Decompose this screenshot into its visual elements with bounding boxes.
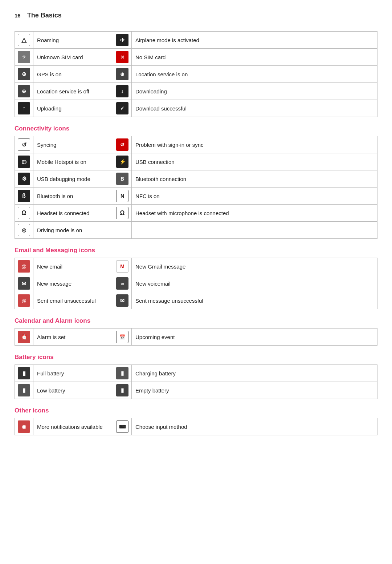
- table-row: ⚙ USB debugging mode B Bluetooth connect…: [15, 170, 377, 188]
- table-row: ⏰ Alarm is set 📅 Upcoming event: [15, 329, 377, 346]
- location-on-icon: ⊕: [116, 68, 128, 80]
- input-method-label: Choose input method: [132, 418, 377, 435]
- icon-cell: ↑: [15, 100, 33, 117]
- page-header: 16 The Basics: [15, 12, 377, 21]
- sent-email-fail-label: Sent email unsuccessful: [33, 292, 113, 309]
- headset-label: Headset is connected: [33, 205, 113, 222]
- unknown-sim-label: Unknown SIM card: [33, 49, 113, 66]
- input-method-icon: ⌨: [116, 420, 128, 433]
- charging-battery-label: Charging battery: [132, 365, 377, 382]
- sync-problem-label: Problem with sign-in or sync: [132, 136, 377, 153]
- icon-cell: ⊕: [15, 66, 33, 83]
- gps-on-label: GPS is on: [33, 66, 113, 83]
- table-row: ▮ Low battery ▮ Empty battery: [15, 382, 377, 399]
- table-row: Ω Headset is connected Ω Headset with mi…: [15, 205, 377, 222]
- table-row: △ Roaming ✈ Airplane mode is activated: [15, 32, 377, 49]
- hotspot-icon: ((·)): [18, 156, 30, 168]
- email-icons-table: @ New email M New Gmail message ✉ New me…: [15, 258, 377, 309]
- uploading-label: Uploading: [33, 100, 113, 117]
- syncing-label: Syncing: [33, 136, 113, 153]
- usb-label: USB connection: [132, 153, 377, 170]
- sent-email-fail-icon: @: [18, 294, 30, 307]
- empty-cell: [132, 222, 377, 239]
- usb-icon: ⚡: [116, 156, 128, 168]
- icon-cell: Ω: [15, 205, 33, 222]
- icon-cell: ✈: [113, 32, 132, 49]
- full-battery-icon: ▮: [18, 367, 30, 379]
- nfc-label: NFC is on: [132, 188, 377, 205]
- upcoming-event-label: Upcoming event: [132, 329, 377, 346]
- sent-msg-fail-label: Sent message unsuccessful: [132, 292, 377, 309]
- icon-cell: ▮: [113, 382, 132, 399]
- roaming-icon: △: [18, 34, 30, 46]
- icon-cell: ⊕: [15, 83, 33, 100]
- new-email-icon: @: [18, 260, 30, 273]
- table-row: ↺ Syncing ↺ Problem with sign-in or sync: [15, 136, 377, 153]
- icon-cell: ⌨: [113, 418, 132, 435]
- icon-cell: @: [15, 292, 33, 309]
- icon-cell: ⏰: [15, 329, 33, 346]
- icon-cell: △: [15, 32, 33, 49]
- uploading-icon: ↑: [18, 102, 30, 114]
- icon-cell: ◉: [15, 418, 33, 435]
- table-row: ◎ Driving mode is on: [15, 222, 377, 239]
- icon-cell: ✉: [15, 275, 33, 292]
- new-email-label: New email: [33, 258, 113, 275]
- icon-cell: ß: [15, 188, 33, 205]
- table-row: ((·)) Mobile Hotspot is on ⚡ USB connect…: [15, 153, 377, 170]
- icon-cell: ✓: [113, 100, 132, 117]
- alarm-label: Alarm is set: [33, 329, 113, 346]
- location-on-label: Location service is on: [132, 66, 377, 83]
- icon-cell: ∞: [113, 275, 132, 292]
- table-row: ✉ New message ∞ New voicemail: [15, 275, 377, 292]
- no-sim-icon: ✕: [116, 51, 128, 63]
- low-battery-icon: ▮: [18, 384, 30, 396]
- icon-cell: @: [15, 258, 33, 275]
- connectivity-section-title: Connectivity icons: [15, 125, 377, 132]
- table-row: ⊕ Location service is off ↓ Downloading: [15, 83, 377, 100]
- bluetooth-on-label: Bluetooth is on: [33, 188, 113, 205]
- more-notifications-label: More notifications available: [33, 418, 113, 435]
- low-battery-label: Low battery: [33, 382, 113, 399]
- icon-cell: ⚡: [113, 153, 132, 170]
- gps-on-icon: ⊕: [18, 68, 30, 80]
- driving-icon: ◎: [18, 224, 30, 236]
- table-row: ß Bluetooth is on N NFC is on: [15, 188, 377, 205]
- new-message-label: New message: [33, 275, 113, 292]
- icon-cell: ↺: [15, 136, 33, 153]
- sent-msg-fail-icon: ✉: [116, 294, 128, 307]
- roaming-label: Roaming: [33, 32, 113, 49]
- more-notifications-icon: ◉: [18, 420, 30, 433]
- icon-cell: ↺: [113, 136, 132, 153]
- icon-cell: ▮: [15, 382, 33, 399]
- other-section-title: Other icons: [15, 407, 377, 414]
- icon-cell: Ω: [113, 205, 132, 222]
- email-section-title: Email and Messaging icons: [15, 247, 377, 254]
- icon-cell: ↓: [113, 83, 132, 100]
- bluetooth-conn-icon: B: [116, 173, 128, 185]
- headset-icon: Ω: [18, 207, 30, 219]
- other-icons-table: ◉ More notifications available ⌨ Choose …: [15, 418, 377, 435]
- voicemail-icon: ∞: [116, 277, 128, 290]
- battery-icons-table: ▮ Full battery ▮ Charging battery ▮ Low …: [15, 364, 377, 399]
- airplane-icon: ✈: [116, 34, 128, 46]
- new-gmail-label: New Gmail message: [132, 258, 377, 275]
- icon-cell: ((·)): [15, 153, 33, 170]
- icon-cell: ▮: [113, 365, 132, 382]
- calendar-section-title: Calendar and Alarm icons: [15, 317, 377, 325]
- table-row: ↑ Uploading ✓ Download successful: [15, 100, 377, 117]
- calendar-icons-table: ⏰ Alarm is set 📅 Upcoming event: [15, 328, 377, 346]
- page-title: The Basics: [27, 12, 62, 19]
- upcoming-event-icon: 📅: [116, 331, 128, 343]
- table-row: @ New email M New Gmail message: [15, 258, 377, 275]
- hotspot-label: Mobile Hotspot is on: [33, 153, 113, 170]
- table-row: ◉ More notifications available ⌨ Choose …: [15, 418, 377, 435]
- icon-cell: ◎: [15, 222, 33, 239]
- new-gmail-icon: M: [116, 260, 128, 273]
- charging-battery-icon: ▮: [116, 367, 128, 379]
- page-number: 16: [15, 12, 21, 19]
- download-ok-icon: ✓: [116, 102, 128, 114]
- icon-cell: M: [113, 258, 132, 275]
- alarm-icon: ⏰: [18, 331, 30, 343]
- full-battery-label: Full battery: [33, 365, 113, 382]
